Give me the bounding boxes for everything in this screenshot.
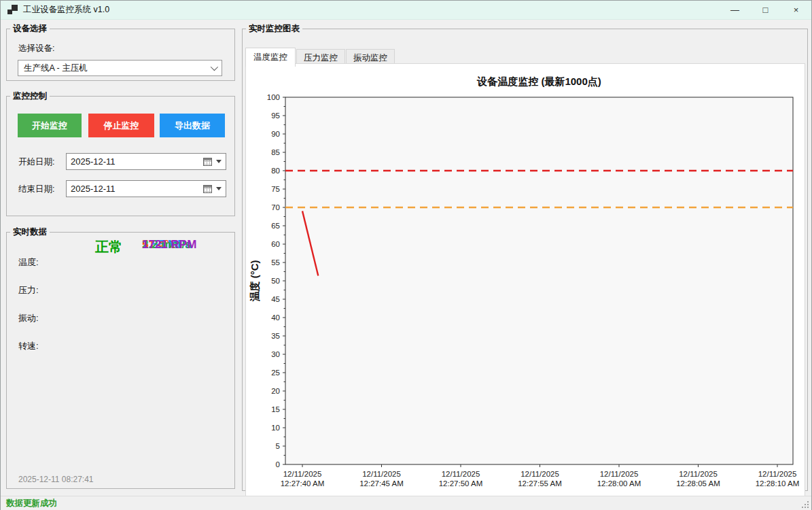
calendar-icon [203, 158, 212, 166]
end-date-label: 结束日期: [18, 184, 54, 195]
svg-text:40: 40 [271, 313, 280, 322]
control-group-title: 监控控制 [10, 90, 50, 102]
svg-text:50: 50 [271, 277, 280, 285]
resize-grip-icon[interactable] [807, 507, 809, 508]
realtime-group-title: 实时数据 [10, 226, 50, 238]
svg-text:80: 80 [271, 167, 280, 175]
svg-text:35: 35 [271, 332, 280, 340]
status-badge: 正常 [7, 238, 211, 256]
end-date-value: 2025-12-11 [71, 184, 116, 194]
start-monitor-button[interactable]: 开始监控 [18, 114, 82, 137]
svg-text:25: 25 [271, 369, 280, 377]
start-date-label: 开始日期: [18, 156, 54, 168]
device-selection-group: 设备选择 选择设备: 生产线A - 主压机 [6, 23, 235, 81]
export-data-button[interactable]: 导出数据 [160, 114, 225, 137]
temperature-chart: 设备温度监控 (最新1000点)051015202530354045505560… [246, 64, 805, 498]
svg-text:85: 85 [271, 148, 280, 156]
status-message: 数据更新成功 [6, 498, 57, 509]
svg-text:30: 30 [271, 350, 280, 358]
dropdown-arrow-icon [216, 160, 222, 163]
end-date-picker[interactable]: 2025-12-11 [66, 180, 226, 197]
tab-temperature[interactable]: 温度监控 [245, 48, 296, 67]
dropdown-arrow-icon [216, 187, 222, 190]
svg-text:5: 5 [276, 442, 280, 450]
chart-group: 实时监控图表 温度监控 压力监控 振动监控 设备温度监控 (最新1000点)05… [242, 23, 808, 491]
svg-text:12:27:45 AM: 12:27:45 AM [359, 479, 404, 488]
svg-text:设备温度监控 (最新1000点): 设备温度监控 (最新1000点) [476, 75, 601, 88]
titlebar: 工业设备监控系统 v1.0 — □ × [1, 1, 811, 20]
maximize-button[interactable]: □ [750, 1, 781, 20]
statusbar: 数据更新成功 [1, 496, 811, 510]
rpm-label: 转速: [18, 340, 39, 352]
svg-text:60: 60 [271, 240, 280, 248]
svg-text:12/11/2025: 12/11/2025 [442, 470, 480, 478]
svg-text:45: 45 [271, 295, 280, 303]
svg-text:12:28:10 AM: 12:28:10 AM [756, 479, 800, 488]
monitor-control-group: 监控控制 开始监控 停止监控 导出数据 开始日期: 2025-12-11 结束日… [6, 90, 235, 216]
svg-text:95: 95 [271, 112, 280, 120]
svg-text:20: 20 [271, 387, 280, 395]
svg-text:55: 55 [271, 258, 280, 267]
temperature-label: 温度: [18, 256, 39, 269]
device-select[interactable]: 生产线A - 主压机 [18, 60, 222, 76]
svg-text:12:28:00 AM: 12:28:00 AM [597, 479, 641, 488]
last-update-timestamp: 2025-12-11 08:27:41 [18, 475, 94, 484]
chart-tab-page: 设备温度监控 (最新1000点)051015202530354045505560… [245, 63, 805, 498]
chart-group-title: 实时监控图表 [246, 23, 302, 35]
svg-text:12:28:05 AM: 12:28:05 AM [676, 479, 720, 488]
stop-monitor-button[interactable]: 停止监控 [88, 114, 154, 137]
close-button[interactable]: × [781, 1, 811, 20]
vibration-label: 振动: [18, 312, 39, 324]
device-select-label: 选择设备: [18, 43, 54, 54]
svg-text:12/11/2025: 12/11/2025 [679, 470, 718, 478]
svg-text:12:27:50 AM: 12:27:50 AM [439, 479, 483, 488]
svg-text:12/11/2025: 12/11/2025 [600, 470, 639, 478]
svg-text:70: 70 [271, 203, 280, 211]
svg-text:12/11/2025: 12/11/2025 [758, 470, 797, 478]
svg-text:100: 100 [267, 93, 280, 101]
realtime-data-group: 实时数据 温度: 51.4°C 压力: 1.55 MPa 振动: 2.2 mm/… [6, 226, 235, 489]
device-selected-value: 生产线A - 主压机 [24, 63, 88, 74]
svg-text:10: 10 [271, 424, 280, 432]
svg-text:75: 75 [271, 185, 280, 193]
svg-text:12/11/2025: 12/11/2025 [283, 470, 322, 478]
pressure-label: 压力: [18, 284, 39, 296]
minimize-button[interactable]: — [720, 1, 750, 20]
svg-text:12:27:40 AM: 12:27:40 AM [281, 479, 325, 488]
svg-text:12/11/2025: 12/11/2025 [362, 470, 401, 478]
svg-text:0: 0 [276, 460, 280, 469]
app-icon [7, 5, 18, 15]
start-date-value: 2025-12-11 [71, 156, 116, 167]
window-title: 工业设备监控系统 v1.0 [23, 4, 109, 16]
app-window: 工业设备监控系统 v1.0 — □ × 设备选择 选择设备: 生产线A - 主压… [0, 0, 812, 510]
svg-text:12/11/2025: 12/11/2025 [520, 470, 559, 478]
svg-text:温度 (°C): 温度 (°C) [249, 260, 260, 303]
calendar-icon [203, 185, 212, 193]
chevron-down-icon [211, 63, 218, 71]
svg-text:90: 90 [271, 130, 280, 138]
svg-text:65: 65 [271, 222, 280, 230]
svg-text:15: 15 [271, 405, 280, 413]
svg-text:12:27:55 AM: 12:27:55 AM [518, 479, 562, 488]
device-group-title: 设备选择 [10, 23, 50, 35]
start-date-picker[interactable]: 2025-12-11 [66, 153, 226, 170]
